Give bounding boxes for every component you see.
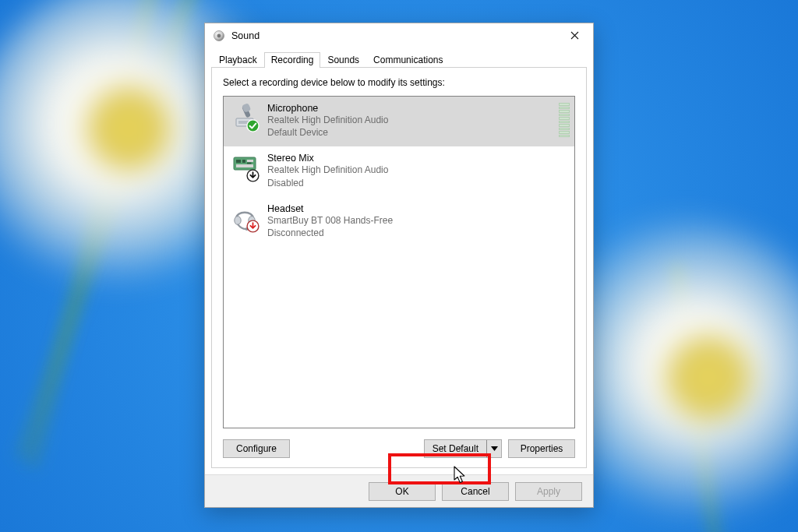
tab-recording[interactable]: Recording <box>264 52 321 68</box>
tabpanel-button-row: Configure Set Default Properties <box>223 439 575 458</box>
instruction-text: Select a recording device below to modif… <box>223 77 575 88</box>
device-status: Disconnected <box>267 227 393 239</box>
tab-playback[interactable]: Playback <box>212 52 264 68</box>
disabled-badge-icon <box>246 169 260 182</box>
apply-button[interactable]: Apply <box>515 482 582 501</box>
recording-device-list[interactable]: Microphone Realtek High Definition Audio… <box>223 96 575 428</box>
dialog-client-area: Playback Recording Sounds Communications… <box>205 48 593 474</box>
set-default-dropdown[interactable] <box>487 440 501 457</box>
device-item-microphone[interactable]: Microphone Realtek High Definition Audio… <box>224 97 574 146</box>
svg-point-14 <box>235 216 241 224</box>
recording-tabpanel: Select a recording device below to modif… <box>211 67 587 468</box>
tab-sounds[interactable]: Sounds <box>320 52 366 68</box>
window-title: Sound <box>231 30 260 41</box>
set-default-split-button[interactable]: Set Default <box>424 439 502 458</box>
svg-point-6 <box>247 120 259 132</box>
device-status: Disabled <box>267 177 388 189</box>
device-name: Stereo Mix <box>267 153 388 164</box>
properties-button[interactable]: Properties <box>508 439 575 458</box>
close-button[interactable] <box>557 25 591 47</box>
cancel-button[interactable]: Cancel <box>442 482 509 501</box>
configure-button[interactable]: Configure <box>223 439 290 458</box>
headset-icon <box>231 203 258 231</box>
default-device-check-icon <box>246 119 260 132</box>
device-name: Headset <box>267 203 393 214</box>
sound-dialog-icon <box>213 30 225 42</box>
ok-button[interactable]: OK <box>369 482 436 501</box>
set-default-button-label[interactable]: Set Default <box>425 440 487 457</box>
svg-rect-12 <box>247 163 252 164</box>
svg-rect-5 <box>242 103 251 113</box>
sound-dialog: Sound Playback Recording Sounds Communic… <box>204 23 594 508</box>
vu-meter <box>559 103 570 137</box>
device-name: Microphone <box>267 103 388 114</box>
chevron-down-icon <box>491 446 498 451</box>
device-driver: Realtek High Definition Audio <box>267 164 388 176</box>
svg-rect-11 <box>236 164 253 167</box>
dialog-button-bar: OK Cancel Apply <box>205 474 593 507</box>
soundcard-icon <box>231 153 258 181</box>
device-driver: SmartBuy BT 008 Hands-Free <box>267 214 393 227</box>
svg-point-1 <box>217 34 221 38</box>
desktop-background: Sound Playback Recording Sounds Communic… <box>0 0 798 532</box>
svg-rect-8 <box>236 160 241 163</box>
device-item-stereo-mix[interactable]: Stereo Mix Realtek High Definition Audio… <box>224 146 574 196</box>
svg-rect-9 <box>242 160 245 163</box>
svg-rect-7 <box>234 157 256 170</box>
device-item-headset[interactable]: Headset SmartBuy BT 008 Hands-Free Disco… <box>224 197 574 247</box>
tabstrip: Playback Recording Sounds Communications <box>211 50 587 67</box>
titlebar[interactable]: Sound <box>205 23 593 48</box>
disconnected-badge-icon <box>246 220 260 233</box>
svg-rect-10 <box>247 160 253 162</box>
tab-communications[interactable]: Communications <box>366 52 450 68</box>
device-status: Default Device <box>267 126 388 139</box>
microphone-icon <box>231 103 258 131</box>
device-driver: Realtek High Definition Audio <box>267 114 388 126</box>
